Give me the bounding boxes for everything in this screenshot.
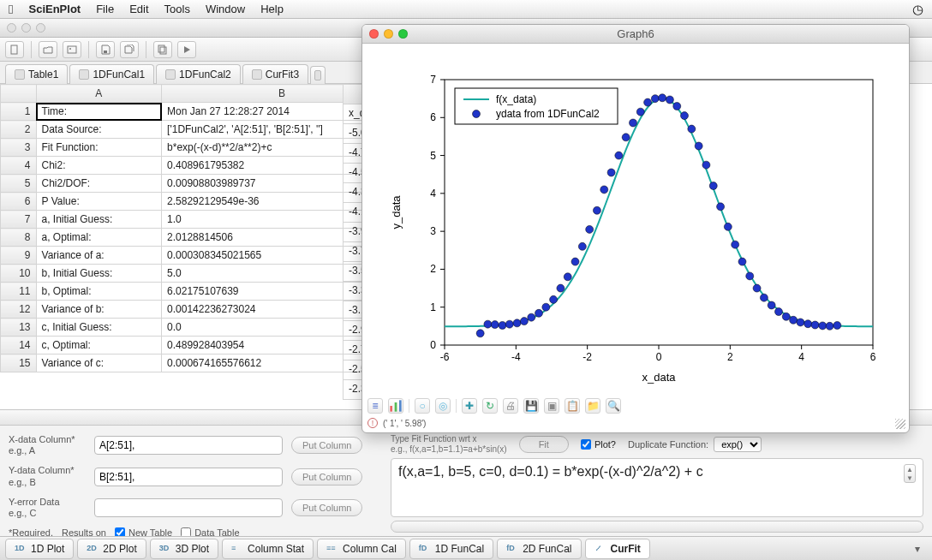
globe2-icon[interactable]: ◎ (435, 398, 451, 414)
copy-icon[interactable] (153, 41, 172, 58)
row-header[interactable]: 3 (1, 139, 37, 157)
svg-text:-2: -2 (582, 351, 592, 363)
row-header[interactable]: 1 (1, 103, 37, 121)
cell[interactable]: Variance of a: (36, 247, 162, 265)
folder-icon[interactable]: 📁 (585, 398, 600, 414)
svg-point-81 (782, 313, 790, 320)
row-header[interactable]: 11 (1, 283, 37, 301)
row-header[interactable]: 8 (1, 229, 37, 247)
list-icon[interactable]: ≡ (367, 398, 383, 414)
sheet-corner[interactable] (1, 85, 37, 103)
cell[interactable]: Chi2/DOF: (36, 175, 162, 193)
bottom-tab-2d-funcal[interactable]: fD2D FunCal (497, 539, 581, 559)
save-all-icon[interactable] (120, 41, 139, 58)
putcol-y-button[interactable]: Put Column (291, 468, 362, 486)
row-header[interactable]: 15 (1, 354, 37, 372)
run-icon[interactable] (177, 41, 196, 58)
menu-window[interactable]: Window (206, 3, 245, 15)
svg-text:4: 4 (430, 188, 436, 200)
row-header[interactable]: 2 (1, 121, 37, 139)
fit-function-input[interactable]: f(x,a=1, b=5, c=0, d=0.1) = b*exp(-(x-d)… (391, 458, 923, 517)
zoom-icon[interactable] (398, 29, 408, 39)
row-header[interactable]: 6 (1, 193, 37, 211)
open-image-icon[interactable] (63, 41, 81, 58)
minimize-icon[interactable] (21, 23, 31, 33)
yerr-input[interactable] (94, 498, 283, 517)
print-icon[interactable]: 🖨 (503, 398, 518, 414)
cell[interactable]: Time: (36, 103, 162, 121)
copy-icon[interactable]: ▣ (544, 398, 559, 414)
bottom-tab-column-stat[interactable]: ≡Column Stat (222, 539, 314, 559)
row-header[interactable]: 7 (1, 211, 37, 229)
menu-help[interactable]: Help (260, 3, 284, 15)
new-doc-icon[interactable] (5, 41, 24, 58)
fn-hscroll[interactable] (391, 521, 923, 533)
minimize-icon[interactable] (384, 29, 393, 39)
putcol-x-button[interactable]: Put Column (291, 437, 362, 454)
bottom-tab-1d-plot[interactable]: 1D1D Plot (5, 539, 74, 559)
bottom-tab-2d-plot[interactable]: 2D2D Plot (77, 539, 146, 559)
menu-tools[interactable]: Tools (164, 3, 190, 15)
apple-menu-icon[interactable]:  (9, 2, 13, 16)
cell[interactable]: a, Optimal: (36, 229, 162, 247)
zoom-icon[interactable]: 🔍 (606, 398, 621, 414)
save-icon[interactable] (96, 41, 115, 58)
menu-file[interactable]: File (96, 3, 114, 15)
open-icon[interactable] (39, 41, 57, 58)
dup-fn-select[interactable]: exp() (714, 437, 762, 452)
cell[interactable]: Variance of b: (36, 301, 162, 319)
tab-1dfuncal1[interactable]: 1DFunCal1 (69, 64, 154, 84)
cell[interactable]: b, Optimal: (36, 283, 162, 301)
row-header[interactable]: 9 (1, 247, 37, 265)
fit-button[interactable]: Fit (519, 436, 569, 453)
zoom-icon[interactable] (36, 23, 45, 33)
cell[interactable]: Variance of c: (36, 354, 162, 372)
plot-checkbox[interactable]: Plot? (581, 439, 616, 450)
tab-curfit3[interactable]: CurFit3 (242, 64, 308, 84)
col-header-a[interactable]: A (36, 85, 162, 103)
graph-titlebar[interactable]: Graph6 (362, 25, 909, 44)
bottom-tabs-overflow-icon[interactable]: ▾ (908, 543, 927, 555)
row-header[interactable]: 12 (1, 301, 37, 319)
pan-icon[interactable]: ✚ (462, 398, 477, 414)
row-header[interactable]: 13 (1, 319, 37, 337)
ycol-input[interactable] (94, 468, 283, 486)
bottom-tab-3d-plot[interactable]: 3D3D Plot (150, 539, 218, 559)
row-header[interactable]: 5 (1, 175, 37, 193)
app-name[interactable]: SciEnPlot (28, 3, 81, 15)
cell[interactable]: a, Initial Guess: (36, 211, 162, 229)
graph-window[interactable]: Graph6 -6-4-2024601234567x_datay_dataf(x… (361, 24, 910, 433)
globe-icon[interactable]: ○ (415, 398, 430, 414)
bottom-tab-1d-funcal[interactable]: fD1D FunCal (409, 539, 493, 559)
close-icon[interactable] (7, 23, 16, 33)
resize-grip-icon[interactable] (895, 419, 905, 429)
bottom-tab-curfit[interactable]: ⟋CurFit (585, 539, 650, 559)
tab-more[interactable] (310, 66, 326, 84)
cell[interactable]: Chi2: (36, 157, 162, 175)
cell[interactable]: Fit Function: (36, 139, 162, 157)
row-header[interactable]: 10 (1, 265, 37, 283)
chart-icon[interactable] (388, 398, 403, 414)
cell[interactable]: P Value: (36, 193, 162, 211)
clock-icon[interactable]: ◷ (912, 2, 923, 17)
row-header[interactable]: 14 (1, 337, 37, 354)
cell[interactable]: c, Optimal: (36, 337, 162, 354)
close-icon[interactable] (369, 29, 379, 39)
clipboard-icon[interactable]: 📋 (565, 398, 580, 414)
svg-point-78 (760, 294, 768, 301)
plot-canvas[interactable]: -6-4-2024601234567x_datay_dataf(x_data)y… (385, 63, 890, 388)
tab-table1[interactable]: Table1 (5, 64, 68, 84)
stepper-icon[interactable]: ▲▼ (904, 464, 916, 483)
save-fig-icon[interactable]: 💾 (523, 398, 539, 414)
cell[interactable]: c, Initial Guess: (36, 319, 162, 337)
refresh-icon[interactable]: ↻ (482, 398, 498, 414)
tab-1dfuncal2[interactable]: 1DFunCal2 (156, 64, 241, 84)
putcol-yerr-button[interactable]: Put Column (291, 499, 362, 516)
tab-label: 1DFunCal2 (179, 69, 231, 80)
row-header[interactable]: 4 (1, 157, 37, 175)
xcol-input[interactable] (94, 436, 283, 455)
cell[interactable]: b, Initial Guess: (36, 265, 162, 283)
cell[interactable]: Data Source: (36, 121, 162, 139)
menu-edit[interactable]: Edit (129, 3, 148, 15)
bottom-tab-column-cal[interactable]: ≡≡Column Cal (317, 539, 406, 559)
